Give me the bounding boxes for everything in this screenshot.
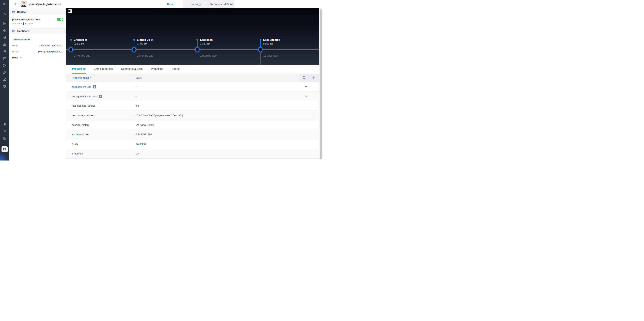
analytics-icon[interactable] [0,76,9,83]
contact-section-title: Contact [17,11,26,14]
column-value: Value [136,76,142,79]
zmp-identifiers-title: ZMP Identifiers [9,38,66,41]
eye-icon [136,124,139,126]
event-ago: 11 days ago [263,54,278,57]
topbar-divider [18,2,18,7]
count-badge: 2 [93,85,96,89]
event-node[interactable] [258,47,262,52]
property-value: [ "ctv", "mobile", "programmatic", "soci… [136,114,183,117]
avatar [20,1,27,7]
sidebar-glow [0,147,9,161]
workflow-icon[interactable] [0,62,9,69]
event-label: Last updated [263,38,280,41]
top-bar: jlewis@zetaglobal.com Data Journey Recom… [9,0,322,8]
identifier-label: Email [12,50,18,53]
event-dot [260,39,262,41]
app-sidebar: ZE [0,0,9,161]
chevron-down-icon [20,57,22,59]
tab-properties[interactable]: Properties [72,65,86,74]
count-badge: 2 [99,95,102,98]
sort-property-name[interactable]: Property name [72,76,92,79]
tab-segments-lists[interactable]: Segments & Lists [121,65,143,74]
property-value: CA [136,152,139,155]
table-row: z_country CA [66,149,319,159]
sort-chevron-down-icon [90,77,92,79]
tab-recommendations[interactable]: Recommendations [209,0,234,8]
property-name-link[interactable]: engagement_site [72,85,92,88]
main-content: Created at 03:55 pm 2 months ago Signed … [66,8,319,161]
property-name: z_city [72,143,78,145]
tab-journey[interactable]: Journey [183,0,209,8]
view-details-button[interactable]: View Details [136,124,154,126]
more-button[interactable]: More [9,56,66,59]
contact-panel: Contact jlewis@zetaglobal.com Standard N… [9,8,66,161]
table-row[interactable]: engagement_site_visit 2 - [66,92,319,101]
identifiers-section-header: Identifiers [9,28,66,34]
timeline-axis [66,50,319,50]
contact-section-header: Contact [9,9,66,15]
back-icon[interactable] [14,2,17,6]
sitemap-icon[interactable] [0,41,9,48]
identifier-row: BSIN 1354575d-c460-4f0f... [9,44,66,47]
add-property-icon[interactable] [311,76,316,80]
event-label: Created at [74,38,87,41]
status-dot [25,23,26,24]
property-value: file [136,104,139,107]
send-plane-icon[interactable] [0,34,9,41]
event-node[interactable] [195,47,199,52]
collapse-panel-left-icon[interactable] [68,10,72,13]
target-icon[interactable] [0,27,9,34]
event-node[interactable] [69,47,73,52]
knowledge-book-icon[interactable] [0,135,9,142]
tab-primetime[interactable]: Primetime [151,65,164,74]
properties-table: engagement_site 2 - engagement_site_visi… [66,82,319,159]
contact-email: jlewis@zetaglobal.com [12,18,40,21]
page-title: jlewis@zetaglobal.com [29,3,61,6]
app-window: ZE jlewis@zetaglobal.com Data Journey Re… [0,0,322,161]
scrollbar-thumb[interactable] [320,9,322,159]
property-name: z_churn_score [72,133,88,136]
id-card-icon [12,30,15,33]
table-row: z_churn_score 0.3436921294 [66,130,319,139]
table-row: session_history View Details [66,120,319,130]
property-value: Knutsford [136,143,146,145]
sub-divider [24,23,24,25]
ai-sparkles-icon[interactable] [0,11,9,18]
tab-scores[interactable]: Scores [172,65,180,74]
event-dot [70,39,72,41]
actions-divider [308,76,309,80]
view-details-label: View Details [140,124,154,126]
table-row: reachable_channels [ "ctv", "mobile", "p… [66,111,319,120]
main-tabs: Data Journey Recommendations [157,0,234,8]
event-time: 04:02 pm [137,43,147,45]
table-row[interactable]: engagement_site 2 - [66,82,319,92]
event-label: Signed up at [137,38,153,41]
contact-type: Standard [12,22,22,25]
vertical-scrollbar[interactable] [319,8,322,161]
expand-chevron-down-icon[interactable] [305,95,308,97]
tab-data[interactable]: Data [157,0,183,8]
audience-bubbles-icon[interactable] [0,48,9,55]
event-ago: 2 months ago [200,54,216,57]
event-dot [196,39,198,41]
activity-timeline: Created at 03:55 pm 2 months ago Signed … [66,8,319,65]
expand-chevron-down-icon[interactable] [305,85,308,88]
settings-gear-icon[interactable] [0,83,9,90]
more-label: More [12,56,18,59]
collapse-panel-right-icon[interactable] [0,1,9,8]
event-node[interactable] [132,47,136,52]
calendar-icon[interactable] [0,55,9,62]
identifier-label: BSIN [12,44,18,47]
search-icon[interactable] [302,76,306,80]
event-time: 08:30 pm [263,43,273,45]
dashboard-icon[interactable] [0,20,9,27]
event-label: Last seen [200,38,213,41]
notifications-bell-icon[interactable] [0,121,9,128]
tab-zeta-properties[interactable]: Zeta Properties [94,65,113,74]
stacked-cards-icon[interactable] [0,69,9,76]
contact-active-toggle[interactable] [57,18,63,21]
property-value: - [136,95,136,98]
signals-icon[interactable] [0,128,9,135]
identifiers-section-title: Identifiers [17,30,29,33]
property-name: session_history [72,124,89,126]
